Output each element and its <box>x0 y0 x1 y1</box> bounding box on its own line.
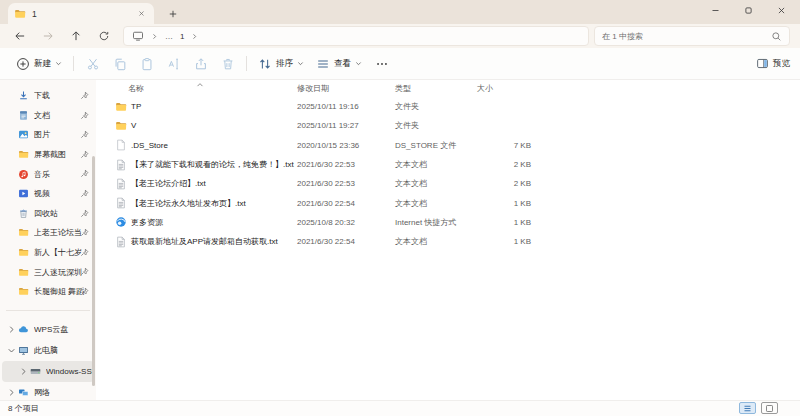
preview-button[interactable]: 预览 <box>756 57 790 70</box>
tree-item-label: WPS云盘 <box>34 324 94 335</box>
main-area: 下载文档图片屏幕截图音乐视频回收站上老王论坛当新人【十七岁三人迷玩深圳长腿御姐 … <box>0 80 800 400</box>
pin-icon <box>80 189 89 198</box>
file-date: 2021/6/30 22:54 <box>297 199 395 208</box>
file-row-8[interactable]: 获取最新地址及APP请发邮箱自动获取.txt2021/6/30 22:54文本文… <box>96 232 800 251</box>
column-header-4[interactable]: 大小 <box>477 83 535 94</box>
file-explorer-window: 1 … 1 新建 <box>0 0 800 416</box>
tab-folder-1[interactable]: 1 <box>8 3 154 24</box>
file-row-6[interactable]: 【老王论坛永久地址发布页】.txt2021/6/30 22:54文本文档1 KB <box>96 193 800 212</box>
close-button[interactable] <box>765 0 798 20</box>
file-name: 【老王论坛永久地址发布页】.txt <box>131 198 246 209</box>
folder-icon <box>18 247 29 258</box>
file-row-2[interactable]: V2025/10/11 19:27文件夹 <box>96 116 800 135</box>
recycle-bin-icon <box>18 208 29 219</box>
sidebar-item-5[interactable]: 音乐 <box>2 164 94 184</box>
file-name-cell: 更多资源 <box>96 216 297 228</box>
file-row-3[interactable]: .DS_Store2020/10/15 23:36DS_STORE 文件7 KB <box>96 136 800 155</box>
sidebar-item-8[interactable]: 上老王论坛当 <box>2 223 94 243</box>
details-view-button[interactable] <box>739 402 756 414</box>
sidebar-item-10[interactable]: 三人迷玩深圳 <box>2 262 94 282</box>
sidebar-scrollbar[interactable] <box>92 156 95 386</box>
network-icon <box>18 387 29 398</box>
file-type: 文本文档 <box>395 159 477 170</box>
sidebar-item-1[interactable]: 下载 <box>2 86 94 106</box>
music-icon <box>18 169 29 180</box>
refresh-button[interactable] <box>90 26 118 46</box>
chevron-right-icon[interactable] <box>7 388 16 397</box>
copy-button[interactable] <box>106 52 133 76</box>
new-button[interactable]: 新建 <box>10 52 68 76</box>
cloud-icon <box>18 324 29 335</box>
column-header-2[interactable]: 修改日期 <box>297 83 395 94</box>
plus-icon <box>168 9 178 19</box>
file-list-area: 名称修改日期类型大小 TP2025/10/11 19:16文件夹V2025/10… <box>96 80 800 400</box>
blank-file-icon <box>115 139 127 151</box>
file-date: 2020/10/15 23:36 <box>297 141 395 150</box>
search-input[interactable] <box>602 32 771 41</box>
sidebar-item-3[interactable]: 图片 <box>2 125 94 145</box>
internet-shortcut-icon <box>115 216 127 228</box>
file-name-cell: TP <box>96 101 297 113</box>
chevron-right-icon[interactable] <box>7 325 16 334</box>
tree-item-1[interactable]: WPS云盘 <box>2 319 94 340</box>
file-name: 更多资源 <box>131 217 163 228</box>
new-button-label: 新建 <box>34 58 51 70</box>
tree-item-3[interactable]: Windows-SSD <box>2 361 94 382</box>
sort-button[interactable]: 排序 <box>252 52 310 76</box>
search-box[interactable] <box>594 26 790 46</box>
back-button[interactable] <box>6 26 34 46</box>
up-button[interactable] <box>62 26 90 46</box>
forward-button[interactable] <box>34 26 62 46</box>
file-date: 2021/6/30 22:53 <box>297 179 395 188</box>
address-bar[interactable]: … 1 <box>123 26 589 46</box>
file-row-1[interactable]: TP2025/10/11 19:16文件夹 <box>96 97 800 116</box>
pin-icon <box>80 209 89 218</box>
file-type: 文件夹 <box>395 120 477 131</box>
file-row-7[interactable]: 更多资源2025/10/8 20:32Internet 快捷方式1 KB <box>96 213 800 232</box>
toolbar-separator <box>246 56 247 71</box>
sidebar-item-4[interactable]: 屏幕截图 <box>2 145 94 165</box>
share-button[interactable] <box>187 52 214 76</box>
chevron-right-icon[interactable] <box>19 367 28 376</box>
paste-button[interactable] <box>133 52 160 76</box>
chevron-right-icon <box>191 33 198 40</box>
cut-button[interactable] <box>79 52 106 76</box>
sidebar-item-7[interactable]: 回收站 <box>2 204 94 224</box>
sidebar-item-6[interactable]: 视频 <box>2 184 94 204</box>
pin-icon <box>80 287 89 296</box>
file-type: 文本文档 <box>395 178 477 189</box>
tab-close-icon[interactable] <box>134 7 148 21</box>
this-pc-icon[interactable] <box>132 30 144 42</box>
new-tab-button[interactable] <box>162 3 184 24</box>
column-header-3[interactable]: 类型 <box>395 83 477 94</box>
file-row-5[interactable]: 【老王论坛介绍】.txt2021/6/30 22:53文本文档2 KB <box>96 174 800 193</box>
view-button[interactable]: 查看 <box>310 52 368 76</box>
tree-item-2[interactable]: 此电脑 <box>2 340 94 361</box>
file-name-cell: 【来了就能下载和观看的论坛，纯免费！】.txt <box>96 159 297 171</box>
maximize-button[interactable] <box>732 0 765 20</box>
tree-list: WPS云盘此电脑Windows-SSD网络 <box>0 319 96 403</box>
minimize-button[interactable] <box>699 0 732 20</box>
file-name: 【老王论坛介绍】.txt <box>131 178 206 189</box>
file-name-cell: 获取最新地址及APP请发邮箱自动获取.txt <box>96 236 297 248</box>
pin-icon <box>80 228 89 237</box>
breadcrumb-segment[interactable]: 1 <box>180 32 184 41</box>
sidebar-item-9[interactable]: 新人【十七岁 <box>2 243 94 263</box>
folder-icon <box>18 286 29 297</box>
sidebar-divider <box>6 310 90 311</box>
file-row-4[interactable]: 【来了就能下载和观看的论坛，纯免费！】.txt2021/6/30 22:53文本… <box>96 155 800 174</box>
items-count: 8 个项目 <box>8 403 39 414</box>
delete-button[interactable] <box>214 52 241 76</box>
chevron-down-icon[interactable] <box>7 346 16 355</box>
more-options-button[interactable] <box>368 52 395 76</box>
file-size: 2 KB <box>477 179 535 188</box>
pin-icon <box>80 91 89 100</box>
large-icons-view-button[interactable] <box>761 402 778 414</box>
rename-button[interactable] <box>160 52 187 76</box>
sidebar-item-2[interactable]: 文档 <box>2 106 94 126</box>
breadcrumb-ellipsis[interactable]: … <box>165 32 173 41</box>
folder-icon <box>18 149 29 160</box>
sidebar-item-11[interactable]: 长腿御姐 舞蹈 <box>2 282 94 302</box>
file-name-cell: V <box>96 120 297 132</box>
file-name-cell: .DS_Store <box>96 139 297 151</box>
